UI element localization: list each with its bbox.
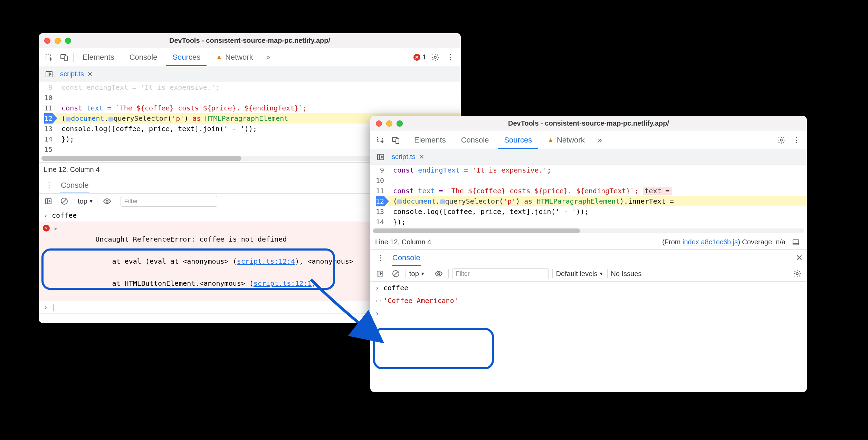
chevron-down-icon: ▼ <box>420 271 425 276</box>
device-toolbar-icon[interactable] <box>58 51 70 63</box>
close-window-button[interactable] <box>44 38 50 44</box>
kebab-menu-icon[interactable]: ⋮ <box>444 51 457 63</box>
console-input-row: › coffee <box>370 282 807 294</box>
more-tabs-icon[interactable]: » <box>262 51 275 63</box>
show-details-icon[interactable] <box>790 236 802 248</box>
error-icon: ✕ <box>413 54 420 61</box>
current-line-marker: 12 <box>44 113 53 124</box>
titlebar[interactable]: DevTools - consistent-source-map-pc.netl… <box>39 33 461 48</box>
file-tab-script[interactable]: script.ts ✕ <box>392 153 424 161</box>
tab-console[interactable]: Console <box>455 131 495 149</box>
tab-console[interactable]: Console <box>123 49 164 66</box>
clear-console-icon[interactable] <box>58 195 70 207</box>
breakpoint-line: (document.querySelector('p') as HTMLPara… <box>388 196 807 206</box>
error-count-badge[interactable]: ✕ 1 <box>413 53 426 61</box>
tab-sources[interactable]: Sources <box>498 131 538 149</box>
close-drawer-icon[interactable]: ✕ <box>796 253 803 263</box>
minimize-window-button[interactable] <box>386 120 392 127</box>
error-count-value: 1 <box>422 53 426 61</box>
editor-scrollbar[interactable] <box>373 228 804 233</box>
divider <box>73 53 74 62</box>
code-area[interactable]: const endingText = 'It is expensive.'; c… <box>388 165 807 227</box>
window-title: DevTools - consistent-source-map-pc.netl… <box>370 119 807 127</box>
console-filter-input[interactable]: Filter <box>121 196 217 207</box>
tab-network[interactable]: ▲Network <box>541 131 591 149</box>
scrollbar-thumb[interactable] <box>373 228 580 233</box>
console-drawer-header: ⋮ Console ✕ <box>370 249 807 266</box>
svg-point-27 <box>438 273 440 275</box>
output-chevron-icon: ‹· <box>374 295 380 306</box>
code-editor[interactable]: 9 10 11 12 13 14 const endingText = 'It … <box>370 165 807 227</box>
log-levels-selector[interactable]: Default levels ▼ <box>556 270 604 278</box>
settings-gear-icon[interactable] <box>775 134 788 146</box>
stack-link[interactable]: script.ts:12:4 <box>237 257 295 265</box>
svg-line-11 <box>62 199 66 203</box>
divider <box>117 197 117 206</box>
live-expression-eye-icon[interactable] <box>432 267 445 280</box>
console-toolbar: top ▼ Filter Default levels ▼ No Issues <box>370 266 807 282</box>
coverage-label: Coverage: n/a <box>740 238 785 246</box>
divider <box>607 269 608 278</box>
live-expression-eye-icon[interactable] <box>101 195 113 207</box>
close-file-icon[interactable]: ✕ <box>87 70 93 78</box>
tab-network[interactable]: ▲Network <box>209 49 259 66</box>
console-kebab-icon[interactable]: ⋮ <box>43 179 55 192</box>
warning-icon: ▲ <box>547 136 554 144</box>
kebab-menu-icon[interactable]: ⋮ <box>790 134 803 146</box>
console-drawer-tab[interactable]: Console <box>392 250 421 266</box>
device-toolbar-icon[interactable] <box>390 134 402 146</box>
error-icon: ✕ <box>43 225 50 232</box>
console-sidebar-toggle-icon[interactable] <box>42 195 55 207</box>
svg-rect-2 <box>64 56 67 61</box>
editor-statusbar: Line 12, Column 4 (From index.a8c1ec6b.j… <box>370 235 807 249</box>
chevron-down-icon: ▼ <box>599 271 604 276</box>
more-tabs-icon[interactable]: » <box>594 134 606 146</box>
console-output[interactable]: › coffee ‹· 'Coffee Americano' › <box>370 282 807 392</box>
close-file-icon[interactable]: ✕ <box>419 153 424 161</box>
console-drawer-tab[interactable]: Console <box>60 177 89 194</box>
settings-gear-icon[interactable] <box>429 51 441 63</box>
devtools-window-after[interactable]: DevTools - consistent-source-map-pc.netl… <box>370 116 807 392</box>
tab-network-label: Network <box>225 53 253 62</box>
tab-elements[interactable]: Elements <box>408 131 452 149</box>
close-window-button[interactable] <box>376 120 382 127</box>
console-filter-input[interactable]: Filter <box>452 268 549 279</box>
console-prompt-row[interactable]: › <box>370 307 807 320</box>
console-sidebar-toggle-icon[interactable] <box>374 267 386 280</box>
main-tabbar: Elements Console Sources ▲Network » ✕ 1 … <box>39 48 461 66</box>
input-chevron-icon: › <box>374 282 380 293</box>
sourcemap-link[interactable]: index.a8c1ec6b.js <box>683 238 738 246</box>
console-result-row: ‹· 'Coffee Americano' <box>370 294 807 307</box>
chevron-down-icon: ▼ <box>89 198 94 204</box>
tab-elements[interactable]: Elements <box>76 49 121 66</box>
inspect-element-icon[interactable] <box>43 51 55 63</box>
navigator-toggle-icon[interactable] <box>43 68 55 80</box>
zoom-window-button[interactable] <box>397 120 403 127</box>
svg-marker-24 <box>381 273 382 275</box>
traffic-lights <box>44 38 71 44</box>
tab-sources[interactable]: Sources <box>166 49 207 66</box>
context-selector[interactable]: top ▼ <box>78 197 94 205</box>
main-tabbar: Elements Console Sources ▲Network » ⋮ <box>370 131 807 149</box>
expand-chevron-icon[interactable]: ▸ <box>53 223 59 234</box>
issues-label[interactable]: No Issues <box>611 270 642 278</box>
console-kebab-icon[interactable]: ⋮ <box>374 252 387 264</box>
file-name-label: script.ts <box>60 70 84 78</box>
sourcemap-source: (From index.a8c1ec6b.js) Coverage: n/a <box>662 238 785 246</box>
property-hint-icon <box>397 199 402 204</box>
zoom-window-button[interactable] <box>65 38 71 44</box>
svg-point-12 <box>106 200 108 202</box>
navigator-toggle-icon[interactable] <box>374 151 387 163</box>
divider <box>405 136 405 145</box>
scrollbar-thumb[interactable] <box>41 156 241 161</box>
divider <box>97 197 97 206</box>
console-settings-gear-icon[interactable] <box>791 267 803 280</box>
file-tab-script[interactable]: script.ts ✕ <box>60 70 93 78</box>
titlebar[interactable]: DevTools - consistent-source-map-pc.netl… <box>370 116 807 131</box>
svg-marker-9 <box>49 200 50 202</box>
context-selector[interactable]: top ▼ <box>409 270 425 278</box>
minimize-window-button[interactable] <box>55 38 61 44</box>
inspect-element-icon[interactable] <box>374 134 387 146</box>
stack-link[interactable]: script.ts:12:1 <box>254 279 312 287</box>
clear-console-icon[interactable] <box>390 267 402 280</box>
